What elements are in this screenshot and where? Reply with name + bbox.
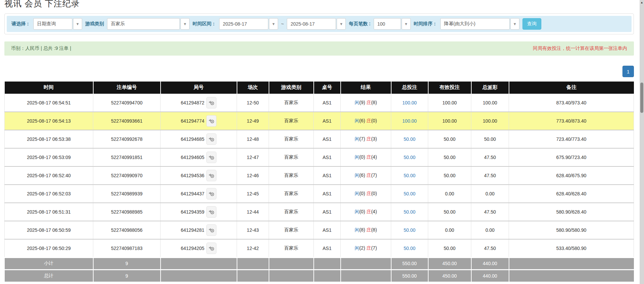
page-1-button[interactable]: 1 [622,66,634,77]
total-bet-link[interactable]: 50.00 [404,155,415,160]
cell-time: 2025-08-17 06:54:13 [5,112,93,130]
video-replay-icon[interactable] [206,97,216,108]
table-row: 2025-08-17 06:50:59522740988056641294281… [5,221,634,239]
date-separator: ~ [281,21,284,27]
video-replay-icon[interactable] [206,188,216,199]
date-from-value: 2025-08-17 [219,18,268,30]
total-bet-link[interactable]: 100.00 [402,100,417,105]
sort-order-select[interactable]: 降幂(由大到小) ▼ [440,18,519,30]
round-id: 641294437 [181,191,204,196]
game-type-value: 百家乐 [107,18,180,30]
video-replay-icon[interactable] [206,170,216,181]
cell-valid-bet: 100.00 [428,112,471,130]
chevron-down-icon[interactable]: ▼ [510,18,519,30]
cell-total-bet: 100.00 [391,112,428,130]
table-row: 2025-08-17 06:54:51522740994700641294872… [5,94,634,112]
table-row: 2025-08-17 06:52:40522740990970641294536… [5,166,634,185]
result-banker: 庄 [366,154,371,160]
footer-label: 总计 [5,270,93,282]
cell-total-bet: 50.00 [391,130,428,148]
cell-table-no: AS1 [314,112,341,130]
cell-result: 闲(7) 庄(3) [341,130,391,148]
cell-session: 12-45 [237,185,269,203]
cell-bet-id: 522740991851 [93,148,161,166]
date-to-select[interactable]: 2025-08-17 ▼ [287,18,346,30]
video-replay-icon[interactable] [206,152,216,163]
result-banker: 庄 [366,191,371,196]
column-header: 桌号 [314,82,341,94]
query-type-value: 日期查询 [33,18,72,30]
sort-order-label: 时间排序： [414,21,437,27]
video-replay-icon[interactable] [206,206,216,218]
total-bet-link[interactable]: 50.00 [404,173,415,178]
cell-note: 580.90/580.90 [509,221,634,239]
cell-round: 641294605 [161,148,237,166]
cell-payout: 47.50 [471,148,509,166]
cell-payout: 0.00 [471,185,509,203]
date-from-select[interactable]: 2025-08-17 ▼ [219,18,278,30]
scrollbar-thumb[interactable] [640,83,643,113]
game-type-select[interactable]: 百家乐 ▼ [107,18,190,30]
cell-round: 641294359 [161,203,237,221]
summary-note: 同局有效投注，统一计算在该局第一张注单内 [533,45,627,52]
result-banker-points: (7) [371,172,377,178]
cell-total-bet: 50.00 [391,203,428,221]
search-button[interactable]: 查询 [522,18,541,30]
cell-table-no: AS1 [314,130,341,148]
time-range-label: 时间区间： [193,21,216,27]
result-player-points: (0) [359,154,366,160]
footer-count: 9 [93,257,161,270]
cell-round: 641294685 [161,130,237,148]
scrollbar[interactable]: ▲ [640,0,644,284]
footer-empty-cell [161,257,237,270]
cell-table-no: AS1 [314,94,341,112]
scroll-up-icon[interactable]: ▲ [640,0,644,4]
result-player-points: (9) [359,100,366,105]
footer-empty-cell [237,270,269,282]
cell-total-bet: 50.00 [391,166,428,185]
chevron-down-icon[interactable]: ▼ [402,18,411,30]
query-type-select[interactable]: 日期查询 ▼ [33,18,82,30]
total-bet-link[interactable]: 50.00 [404,136,415,142]
chevron-down-icon[interactable]: ▼ [269,18,278,30]
cell-result: 闲(6) 庄(7) [341,166,391,185]
cell-bet-id: 522740988985 [93,203,161,221]
pagination: 1 [4,66,634,77]
chevron-down-icon[interactable]: ▼ [73,18,82,30]
result-banker: 庄 [366,118,371,123]
cell-game-type: 百家乐 [269,203,314,221]
footer-empty-cell [314,270,341,282]
total-bet-link[interactable]: 50.00 [404,209,415,215]
cell-bet-id: 522740993661 [93,112,161,130]
result-player: 闲 [354,191,359,196]
cell-result: 闲(2) 庄(7) [341,239,391,257]
cell-total-bet: 50.00 [391,148,428,166]
chevron-down-icon[interactable]: ▼ [180,18,190,30]
video-replay-icon[interactable] [206,243,216,254]
cell-time: 2025-08-17 06:53:09 [5,148,93,166]
result-player-points: (8) [359,227,366,232]
total-bet-link[interactable]: 100.00 [402,118,417,124]
video-replay-icon[interactable] [206,224,216,236]
round-id: 641294536 [181,173,204,178]
column-header: 有效投注 [428,82,471,94]
result-banker-points: (4) [371,154,377,160]
video-replay-icon[interactable] [206,115,216,127]
result-player-points: (6) [359,172,366,178]
total-bet-link[interactable]: 50.00 [404,191,415,196]
total-bet-link[interactable]: 50.00 [404,246,415,251]
page-size-select[interactable]: 100 ▼ [374,18,411,30]
video-replay-icon[interactable] [206,133,216,145]
cell-bet-id: 522740987183 [93,239,161,257]
total-row: 总计9550.00450.00440.00 [5,270,634,282]
cell-game-type: 百家乐 [269,166,314,185]
footer-payout: 440.00 [471,257,509,270]
cell-total-bet: 50.00 [391,239,428,257]
cell-game-type: 百家乐 [269,221,314,239]
total-bet-link[interactable]: 50.00 [404,227,415,233]
cell-bet-id: 522740988056 [93,221,161,239]
chevron-down-icon[interactable]: ▼ [337,18,346,30]
round-id: 641294359 [181,209,204,215]
footer-empty-cell [237,257,269,270]
cell-session: 12-44 [237,203,269,221]
